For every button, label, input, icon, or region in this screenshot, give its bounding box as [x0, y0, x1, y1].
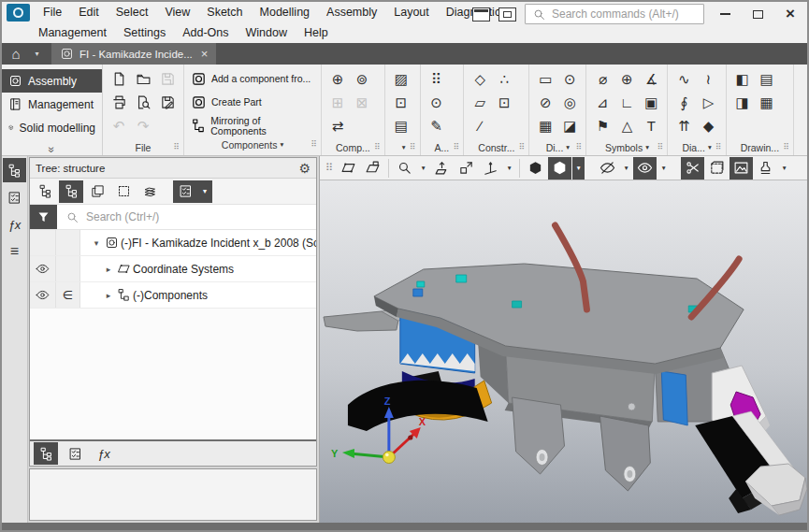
- component-in-context-button[interactable]: ⊡: [390, 92, 412, 114]
- group-label-diagnostics[interactable]: Dia...▾⠿: [672, 140, 721, 155]
- measure-button[interactable]: ◆: [697, 115, 719, 137]
- panel-menu-button[interactable]: ≡: [3, 239, 26, 264]
- print-button[interactable]: [108, 92, 130, 114]
- cyan-knob[interactable]: [513, 301, 522, 308]
- group-label-components[interactable]: Components▾⠿: [188, 137, 317, 152]
- drag-handle-icon[interactable]: ⠿: [519, 143, 526, 151]
- roughness-symbol-button[interactable]: ⌀: [591, 68, 614, 91]
- new-document-button[interactable]: [108, 68, 130, 91]
- pattern-curve-button[interactable]: ⊙: [426, 92, 448, 114]
- redo-button[interactable]: ↷: [132, 115, 154, 137]
- eye-icon[interactable]: [36, 288, 50, 302]
- add-component-from-file-button[interactable]: Add a component fro...: [188, 67, 317, 91]
- tolerance-symbol-button[interactable]: △: [615, 115, 638, 137]
- marking-symbol-button[interactable]: ⚑: [591, 115, 614, 137]
- footer-tree-tab[interactable]: [34, 442, 58, 465]
- drag-handle-icon[interactable]: ⠿: [311, 140, 317, 149]
- dimension-tag-button[interactable]: ◪: [558, 115, 581, 137]
- sidebar-item-solid-modelling[interactable]: Solid modelling: [2, 116, 102, 139]
- undo-button[interactable]: ↶: [108, 115, 130, 137]
- menu-addons[interactable]: Add-Ons: [174, 22, 237, 43]
- footer-parameters-tab[interactable]: [63, 442, 87, 465]
- drag-handle-icon[interactable]: ⠿: [454, 143, 460, 151]
- group-label-array[interactable]: A...⠿: [425, 140, 460, 155]
- menu-sketch[interactable]: Sketch: [198, 2, 251, 22]
- coordinate-system-button[interactable]: ◇: [469, 68, 491, 91]
- create-part-button[interactable]: Create Part: [188, 91, 317, 114]
- tree-empty-area[interactable]: [30, 309, 316, 439]
- tree-search-input[interactable]: [86, 210, 308, 223]
- tree-layers-button[interactable]: [137, 180, 162, 203]
- group-label-dimensions[interactable]: Di...▾⠿: [533, 140, 582, 155]
- window-options-icon[interactable]: [498, 7, 516, 22]
- sketch-plane-button[interactable]: [337, 157, 360, 180]
- local-frame-button[interactable]: ⊡: [493, 92, 515, 114]
- 3d-scene[interactable]: Z X Y: [320, 180, 807, 523]
- secondary-panel[interactable]: [29, 468, 317, 521]
- menu-help[interactable]: Help: [296, 22, 337, 43]
- leader-symbol-button[interactable]: ∟: [615, 92, 638, 114]
- drag-handle-icon[interactable]: ⠿: [576, 143, 583, 151]
- linear-dimension-button[interactable]: ▭: [534, 68, 556, 91]
- clip-box-button[interactable]: [705, 157, 729, 180]
- section-view-button[interactable]: [681, 157, 704, 180]
- hide-objects-button[interactable]: [596, 157, 619, 180]
- save-button[interactable]: [156, 68, 179, 91]
- unfix-component-button[interactable]: ⊠: [351, 92, 373, 114]
- footer-variables-tab[interactable]: ƒx: [92, 442, 116, 465]
- create-table-button[interactable]: ▦: [756, 92, 778, 114]
- drag-handle-icon[interactable]: ⠿: [410, 143, 416, 151]
- group-label-comp[interactable]: Comp...⠿: [325, 140, 381, 155]
- tree-structure-button[interactable]: [59, 180, 83, 203]
- hide-dropdown[interactable]: ▾: [620, 164, 632, 172]
- stamp-dropdown[interactable]: ▾: [778, 164, 790, 172]
- tree-display-combo[interactable]: ▾: [173, 180, 212, 203]
- zoom-tools-button[interactable]: [393, 157, 416, 180]
- position-flag-button[interactable]: ∡: [640, 68, 662, 91]
- window-layout-icon[interactable]: [472, 7, 490, 22]
- save-as-button[interactable]: [156, 92, 179, 114]
- menu-view[interactable]: View: [156, 2, 198, 22]
- dimension-table-button[interactable]: ▦: [534, 115, 556, 137]
- datum-symbol-button[interactable]: ⊿: [591, 92, 614, 114]
- drag-handle-icon[interactable]: ⠿: [657, 143, 664, 151]
- weld-symbol-button[interactable]: ⊕: [615, 68, 638, 91]
- app-logo-icon[interactable]: [7, 4, 30, 22]
- drag-handle-icon[interactable]: ⠿: [374, 143, 381, 151]
- surface-check-button[interactable]: ∮: [672, 92, 695, 114]
- menu-edit[interactable]: Edit: [70, 2, 108, 22]
- tab-close-icon[interactable]: ×: [201, 47, 209, 61]
- sidebar-item-assembly[interactable]: Assembly: [2, 69, 102, 93]
- collision-check-button[interactable]: ▨: [390, 68, 412, 91]
- radial-dimension-button[interactable]: ◎: [558, 92, 581, 114]
- document-tab[interactable]: FI - Kamikadze Incide... ×: [51, 43, 216, 65]
- parameters-panel-tab[interactable]: [3, 185, 26, 209]
- sidebar-item-management[interactable]: Management: [2, 93, 102, 116]
- gear-icon[interactable]: ⚙: [298, 161, 311, 176]
- text-label-button[interactable]: T: [640, 115, 662, 137]
- menu-window[interactable]: Window: [237, 22, 295, 43]
- orientation-normal-button[interactable]: [430, 157, 454, 180]
- print-preview-button[interactable]: [132, 92, 154, 114]
- tree-row-root[interactable]: ▾ (-)FI - Kamikadze Incident x_b 2008 (S…: [30, 230, 316, 256]
- open-document-button[interactable]: [132, 68, 154, 91]
- scene-svg[interactable]: Z X Y: [320, 180, 807, 523]
- eye-icon[interactable]: [36, 262, 50, 276]
- toolbar-drag-handle[interactable]: ⠿: [325, 162, 333, 174]
- sketch-view-button[interactable]: [361, 157, 384, 180]
- minimize-button[interactable]: [713, 6, 737, 22]
- menu-modelling[interactable]: Modelling: [252, 2, 319, 22]
- menu-select[interactable]: Select: [108, 2, 157, 22]
- control-points-button[interactable]: ∴: [493, 68, 515, 91]
- menu-assembly[interactable]: Assembly: [318, 2, 385, 22]
- construction-axis-button[interactable]: ∕: [469, 115, 491, 137]
- menu-settings[interactable]: Settings: [115, 22, 174, 43]
- create-drawing-view-button[interactable]: ◧: [731, 68, 754, 91]
- pattern-custom-button[interactable]: ✎: [426, 115, 448, 137]
- collapsed-caret-icon[interactable]: ▸: [102, 265, 115, 274]
- scene-appearance-button[interactable]: [730, 157, 753, 180]
- menu-file[interactable]: File: [35, 2, 70, 22]
- show-objects-button[interactable]: [633, 157, 657, 180]
- place-component-button[interactable]: ⊕: [326, 68, 349, 91]
- home-dropdown[interactable]: ▾: [30, 43, 44, 65]
